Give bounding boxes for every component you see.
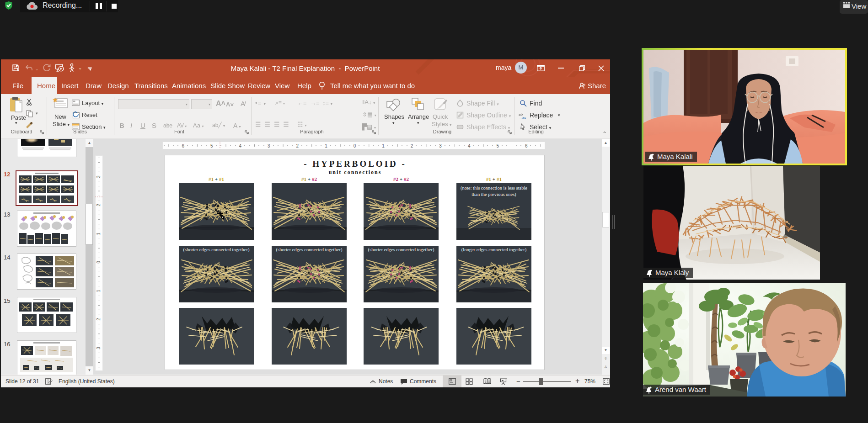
svg-text:1: 1 [96, 233, 101, 235]
svg-text:3: 3 [439, 143, 442, 148]
svg-text:2: 2 [411, 143, 413, 148]
svg-text:1: 1 [96, 290, 101, 292]
svg-text:2: 2 [96, 318, 101, 321]
svg-text:4: 4 [239, 143, 242, 148]
svg-text:0: 0 [354, 143, 356, 148]
svg-text:6: 6 [525, 143, 528, 148]
svg-text:than the previous ones): than the previous ones) [472, 192, 516, 197]
svg-text:(note: this connection is less: (note: this connection is less stable [461, 185, 527, 191]
svg-text:3: 3 [96, 175, 101, 178]
svg-text:→ac: →ac [519, 116, 526, 119]
svg-text:3: 3 [96, 347, 101, 349]
svg-text:(shorter edges connected toget: (shorter edges connected together) [368, 247, 434, 253]
svg-text:2: 2 [296, 143, 299, 148]
svg-text:1: 1 [325, 143, 327, 148]
svg-text:(shorter edges connected toget: (shorter edges connected together) [276, 247, 343, 253]
svg-text:6: 6 [182, 143, 184, 148]
svg-text:(shorter edges connected toget: (shorter edges connected together) [183, 247, 250, 253]
svg-text:3: 3 [268, 143, 270, 148]
svg-text:2: 2 [96, 204, 101, 206]
svg-text:4: 4 [468, 143, 471, 148]
svg-text:1: 1 [382, 143, 385, 148]
svg-text:(longer edges connected togeth: (longer edges connected together) [461, 247, 527, 253]
svg-text:0: 0 [96, 261, 101, 264]
svg-text:5: 5 [210, 143, 213, 148]
svg-text:5: 5 [496, 143, 499, 148]
